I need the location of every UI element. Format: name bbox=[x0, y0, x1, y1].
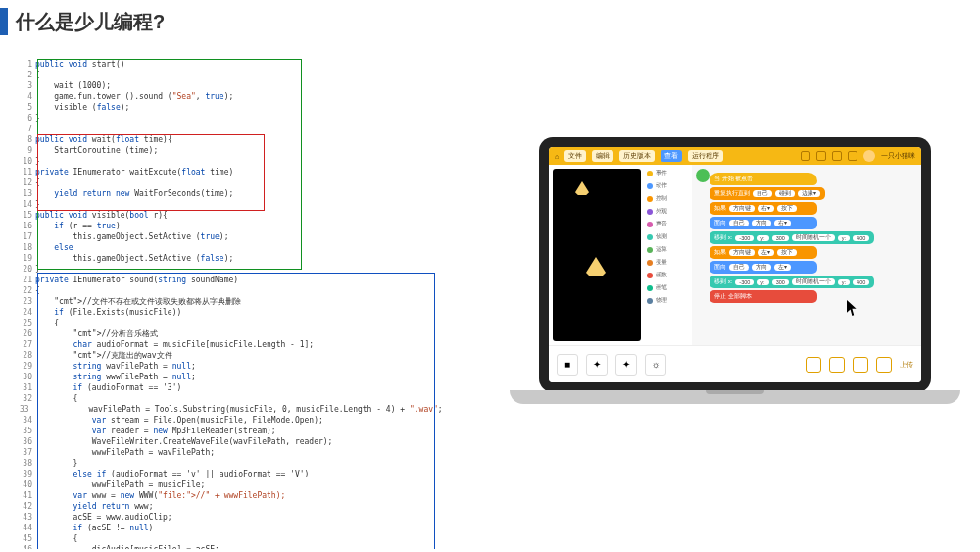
category-控制[interactable]: 控制 bbox=[647, 194, 690, 203]
toolbar-icon-3[interactable] bbox=[832, 151, 842, 161]
upload-button[interactable]: 上传 bbox=[900, 360, 913, 370]
title-accent bbox=[0, 8, 8, 35]
category-侦测[interactable]: 侦测 bbox=[647, 232, 690, 241]
menu-file[interactable]: 文件 bbox=[564, 150, 586, 162]
user-name: 一只小猫咪 bbox=[881, 151, 915, 161]
pencil-icon[interactable] bbox=[829, 357, 845, 373]
laptop-mockup: ⌂ 文件 编辑 历史版本 查看 运行程序 一只小猫咪 事件动作控制外观 bbox=[510, 137, 960, 441]
page-title-bar: 什么是少儿编程? bbox=[0, 0, 980, 47]
category-事件[interactable]: 事件 bbox=[647, 169, 690, 177]
block-category-list: 事件动作控制外观声音侦测运算变量函数画笔物理 bbox=[645, 165, 692, 345]
page-title: 什么是少儿编程? bbox=[16, 9, 165, 35]
user-avatar[interactable] bbox=[863, 150, 875, 162]
menu-view[interactable]: 查看 bbox=[661, 150, 682, 162]
code-block[interactable]: 如果方向键右▾按下 bbox=[710, 202, 817, 215]
logo-icon: ⌂ bbox=[555, 153, 559, 160]
code-block[interactable]: 移到 x:-300y:300时间随机一个y:400 bbox=[710, 231, 874, 244]
game-stage[interactable] bbox=[553, 169, 641, 341]
code-block[interactable]: 如果方向键左▾按下 bbox=[710, 246, 817, 259]
highlight-box-blue bbox=[37, 273, 435, 549]
category-声音[interactable]: 声音 bbox=[647, 220, 690, 228]
category-外观[interactable]: 外观 bbox=[647, 207, 690, 216]
laptop-bezel: ⌂ 文件 编辑 历史版本 查看 运行程序 一只小猫咪 事件动作控制外观 bbox=[539, 137, 931, 392]
sprite-thumbnail[interactable]: ☼ bbox=[645, 354, 666, 376]
code-block[interactable]: 重复执行直到自己碰到边缘▾ bbox=[710, 187, 825, 200]
code-block[interactable]: 停止 全部脚本 bbox=[710, 290, 817, 303]
category-运算[interactable]: 运算 bbox=[647, 245, 690, 254]
laptop-base bbox=[510, 390, 960, 404]
code-block[interactable]: 面向自己方向左▾ bbox=[710, 261, 817, 274]
sprite-toolbar: ■✦✦☼上传 bbox=[549, 345, 921, 382]
code-block[interactable]: 面向自己方向右▾ bbox=[710, 217, 817, 229]
category-变量[interactable]: 变量 bbox=[647, 258, 690, 267]
mouse-cursor-icon bbox=[847, 300, 858, 316]
menu-history[interactable]: 历史版本 bbox=[619, 150, 655, 162]
code-block[interactable]: 移到 x:-300y:300时间随机一个y:400 bbox=[710, 276, 874, 288]
sprite-player bbox=[586, 257, 606, 276]
editor-topbar: ⌂ 文件 编辑 历史版本 查看 运行程序 一只小猫咪 bbox=[549, 147, 921, 165]
script-canvas[interactable]: 当 开始 被点击重复执行直到自己碰到边缘▾如果方向键右▾按下面向自己方向右▾移到… bbox=[692, 165, 921, 345]
category-物理[interactable]: 物理 bbox=[647, 296, 690, 305]
toolbar-icon-1[interactable] bbox=[801, 151, 810, 161]
list-icon[interactable] bbox=[876, 357, 892, 373]
toolbar-icon-4[interactable] bbox=[848, 151, 858, 161]
menu-edit[interactable]: 编辑 bbox=[592, 150, 613, 162]
sprite-thumbnail[interactable]: ✦ bbox=[615, 354, 637, 376]
sprite-thumbnail[interactable]: ■ bbox=[557, 354, 578, 376]
menu-run[interactable]: 运行程序 bbox=[688, 150, 723, 162]
highlight-box-red bbox=[37, 134, 265, 211]
green-flag-icon[interactable] bbox=[696, 169, 710, 182]
sprite-enemy bbox=[575, 181, 589, 195]
note-icon[interactable] bbox=[806, 357, 821, 373]
category-函数[interactable]: 函数 bbox=[647, 271, 690, 279]
code-panel: 1public void start()2{3 wait (1000);4 ga… bbox=[20, 59, 441, 549]
code-block[interactable]: 当 开始 被点击 bbox=[710, 173, 817, 185]
editor-workspace: 事件动作控制外观声音侦测运算变量函数画笔物理 当 开始 被点击重复执行直到自己碰… bbox=[549, 165, 921, 345]
play-icon[interactable] bbox=[853, 357, 868, 373]
visual-editor-screen: ⌂ 文件 编辑 历史版本 查看 运行程序 一只小猫咪 事件动作控制外观 bbox=[549, 147, 921, 382]
category-动作[interactable]: 动作 bbox=[647, 181, 690, 190]
sprite-thumbnail[interactable]: ✦ bbox=[586, 354, 608, 376]
toolbar-icon-2[interactable] bbox=[816, 151, 826, 161]
category-画笔[interactable]: 画笔 bbox=[647, 283, 690, 292]
